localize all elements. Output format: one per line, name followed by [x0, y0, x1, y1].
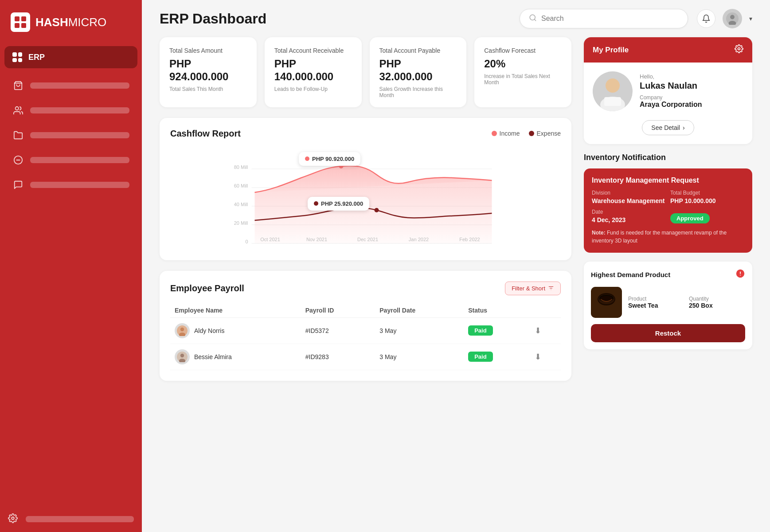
demand-product-value: Sweet Tea	[628, 302, 684, 309]
svg-text:0: 0	[245, 239, 248, 244]
employee-avatar-1	[175, 349, 190, 364]
cashflow-svg: 0 20 Mill 40 Mill 60 Mill 80 Mill	[170, 146, 561, 248]
payroll-table: Employee Name Payroll ID Payroll Date St…	[170, 303, 561, 370]
see-detail-button[interactable]: See Detail ›	[642, 120, 694, 135]
right-panel: My Profile	[584, 37, 752, 514]
demand-product-image	[591, 287, 622, 318]
employee-avatar-0	[175, 323, 190, 338]
svg-point-36	[180, 353, 184, 357]
settings-nav-bar	[26, 516, 134, 522]
folder-icon	[12, 129, 24, 141]
chart-svg-container: 0 20 Mill 40 Mill 60 Mill 80 Mill	[170, 146, 561, 250]
col-employee-name: Employee Name	[170, 303, 301, 318]
nav-bar-5	[30, 182, 129, 188]
notification-button[interactable]	[697, 9, 715, 28]
left-panel: Total Sales Amount PHP 924.000.000 Total…	[160, 37, 571, 514]
header: ERP Dashboard	[142, 0, 770, 37]
profile-hello: Hello,	[640, 73, 743, 80]
inv-status-field: Approved	[670, 209, 744, 223]
download-icon-0[interactable]: ⬇	[535, 326, 541, 335]
svg-text:20 Mill: 20 Mill	[234, 220, 248, 226]
sidebar-item-erp[interactable]: ERP	[4, 46, 137, 68]
inv-date-field: Date 4 Dec, 2023	[592, 209, 666, 223]
nav-bar-1	[30, 82, 129, 89]
sidebar: HASHMICRO ERP	[0, 0, 142, 532]
bag-icon	[12, 80, 24, 91]
svg-point-33	[180, 327, 184, 331]
profile-avatar	[593, 71, 633, 111]
svg-rect-3	[21, 23, 26, 28]
erp-label: ERP	[28, 53, 45, 62]
table-row: Aldy Norris #ID5372 3 May Paid ⬇	[170, 317, 561, 344]
restock-button[interactable]: Restock	[591, 324, 745, 342]
search-input[interactable]	[541, 15, 679, 23]
sidebar-item-folder[interactable]	[4, 124, 137, 146]
income-legend-label: Income	[500, 130, 520, 137]
employee-name-1: Bessie Almira	[194, 353, 232, 360]
profile-footer: See Detail ›	[584, 120, 752, 144]
users-icon	[12, 105, 24, 116]
payroll-header: Employee Payroll Filter & Short	[170, 282, 561, 295]
stat-card-payable: Total Account Payable PHP 32.000.000 Sal…	[370, 37, 467, 107]
sidebar-item-sales[interactable]	[4, 74, 137, 97]
profile-company-label: Company	[640, 94, 743, 101]
payroll-card: Employee Payroll Filter & Short Employe	[160, 271, 571, 381]
filter-button[interactable]: Filter & Short	[505, 282, 561, 295]
payroll-id-1: #ID9283	[301, 344, 375, 370]
demand-info-grid: Product Sweet Tea Quantity 250 Box	[628, 296, 745, 309]
expense-peak-dot	[375, 208, 379, 212]
logo: HASHMICRO	[0, 0, 142, 44]
logo-icon	[11, 12, 30, 32]
payroll-title: Employee Payroll	[170, 283, 244, 293]
svg-rect-2	[15, 23, 20, 28]
payroll-date-1: 3 May	[375, 344, 464, 370]
svg-rect-1	[21, 16, 26, 21]
chart-title: Cashflow Report	[170, 129, 241, 139]
svg-rect-0	[15, 16, 20, 21]
employee-cell-0: Aldy Norris	[175, 323, 297, 338]
inv-note-content: Fund is needed for the management revamp…	[592, 230, 727, 244]
avatar-chevron-icon[interactable]: ▾	[749, 15, 752, 22]
stat-sub-1: Leads to be Follow-Up	[274, 86, 352, 92]
demand-card: Highest Demand Product	[584, 262, 752, 349]
chevron-right-icon: ›	[683, 124, 685, 131]
income-peak-dot	[339, 164, 344, 168]
employee-name-0: Aldy Norris	[194, 327, 224, 334]
inventory-section: Inventory Notification Inventory Managem…	[584, 153, 752, 253]
sidebar-item-minus[interactable]	[4, 149, 137, 171]
svg-point-40	[606, 78, 620, 93]
erp-grid-icon	[12, 52, 22, 62]
inv-note: Note: Fund is needed for the management …	[592, 229, 744, 245]
chart-legend: Income Expense	[492, 130, 561, 137]
stat-label-1: Total Account Receivable	[274, 47, 352, 54]
status-badge-1: Paid	[468, 352, 492, 362]
profile-gear-icon[interactable]	[735, 44, 743, 55]
download-icon-1[interactable]: ⬇	[535, 352, 541, 361]
alert-icon	[735, 269, 745, 281]
profile-body: Hello, Lukas Naulan Company Araya Corpor…	[584, 63, 752, 120]
search-bar[interactable]	[520, 9, 688, 28]
sidebar-item-users[interactable]	[4, 99, 137, 121]
user-avatar[interactable]	[723, 9, 742, 28]
profile-title: My Profile	[593, 46, 629, 55]
sidebar-item-chat[interactable]	[4, 174, 137, 196]
header-actions: ▾	[697, 9, 752, 28]
svg-line-10	[534, 19, 535, 20]
svg-point-5	[16, 107, 19, 110]
stat-value-1: PHP 140.000.000	[274, 58, 352, 83]
col-payroll-id: Payroll ID	[301, 303, 375, 318]
nav-bar-4	[30, 157, 129, 163]
stat-label-2: Total Account Payable	[379, 47, 457, 54]
inv-division-value: Warehouse Management	[592, 197, 666, 204]
chart-header: Cashflow Report Income Expense	[170, 129, 561, 139]
inv-budget-field: Total Budget PHP 10.000.000	[670, 190, 744, 204]
svg-text:40 Mill: 40 Mill	[234, 202, 248, 207]
stat-sub-2: Sales Growth Increase this Month	[379, 86, 457, 98]
svg-point-12	[730, 15, 735, 20]
stat-sub-3: Increase in Total Sales Next Month	[484, 73, 562, 86]
demand-body: Product Sweet Tea Quantity 250 Box	[591, 287, 745, 318]
sidebar-settings[interactable]	[0, 506, 142, 532]
inventory-title: Inventory Notification	[584, 153, 752, 162]
stat-label-3: Cashflow Forecast	[484, 47, 562, 54]
stat-sub-0: Total Sales This Month	[169, 86, 247, 92]
